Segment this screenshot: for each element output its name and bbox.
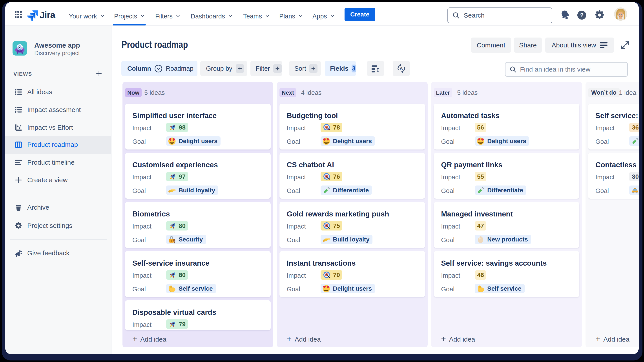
svg-text:A: A [400, 66, 403, 71]
svg-text:?: ? [580, 12, 584, 19]
